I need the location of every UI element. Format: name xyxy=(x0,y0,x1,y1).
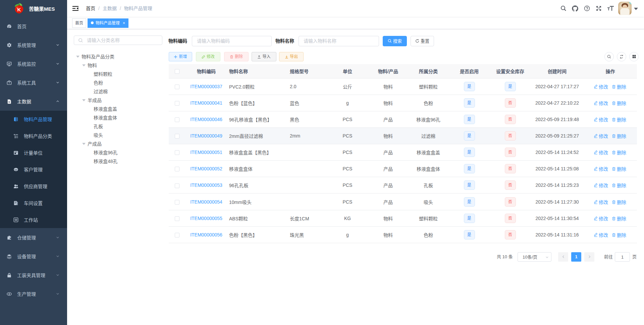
svg-text:K: K xyxy=(17,7,21,12)
